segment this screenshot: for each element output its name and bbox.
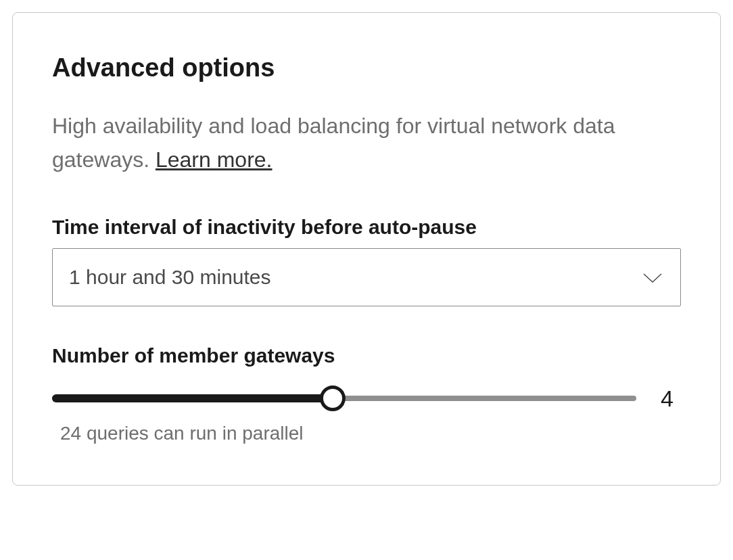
member-gateways-helper: 24 queries can run in parallel: [52, 423, 681, 444]
chevron-down-icon: [642, 271, 663, 283]
description-text: High availability and load balancing for…: [52, 114, 615, 172]
time-interval-dropdown[interactable]: 1 hour and 30 minutes: [52, 248, 681, 306]
time-interval-label: Time interval of inactivity before auto-…: [52, 216, 681, 239]
advanced-options-panel: Advanced options High availability and l…: [12, 12, 721, 486]
time-interval-value: 1 hour and 30 minutes: [69, 266, 271, 289]
learn-more-link[interactable]: Learn more.: [156, 147, 273, 172]
section-title: Advanced options: [52, 53, 681, 83]
member-gateways-label: Number of member gateways: [52, 344, 681, 367]
member-gateways-slider[interactable]: [52, 383, 636, 413]
section-description: High availability and load balancing for…: [52, 110, 681, 177]
member-gateways-value: 4: [661, 386, 681, 412]
member-gateways-slider-row: 4: [52, 383, 681, 413]
slider-fill: [52, 394, 333, 402]
slider-thumb[interactable]: [320, 386, 346, 411]
